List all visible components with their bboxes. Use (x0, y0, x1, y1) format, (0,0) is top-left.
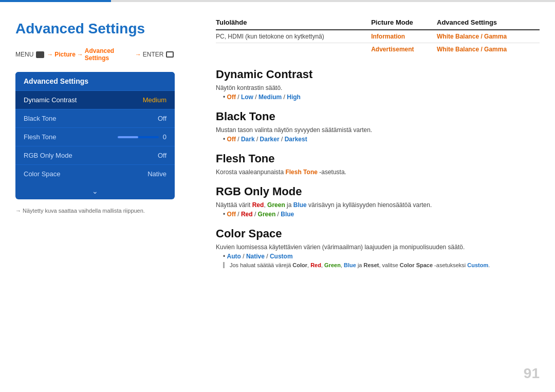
adv-settings-label: Advanced Settings (85, 47, 134, 62)
section-body-black-tone: Mustan tason valinta näytön syvyyden sää… (216, 126, 540, 134)
opt-sep: / (253, 94, 258, 101)
settings-item-flesh-tone[interactable]: Flesh Tone 0 (15, 127, 175, 146)
table-header-picture-mode: Picture Mode (371, 15, 437, 30)
table-cell-mode-2: Advertisement (371, 43, 437, 56)
settings-item-name-flesh-tone: Flesh Tone (24, 133, 56, 141)
table-cell-source-1: PC, HDMI (kun tietokone on kytkettynä) (216, 30, 371, 43)
table-row: PC, HDMI (kun tietokone on kytkettynä) I… (216, 30, 540, 43)
section-options-rgb-only-mode: Off / Red / Green / Blue (223, 211, 540, 218)
info-table: Tulolähde Picture Mode Advanced Settings… (216, 15, 540, 55)
settings-item-value-black-tone: Off (158, 115, 166, 122)
arrow-2: → (77, 51, 83, 58)
opt-darker: Darker (260, 136, 280, 143)
settings-item-name-color-space: Color Space (24, 170, 61, 178)
opt-low: Low (241, 94, 253, 101)
arrow-1: → (47, 51, 53, 58)
opt-sep: / (253, 211, 258, 218)
section-title-flesh-tone: Flesh Tone (216, 152, 540, 165)
slider-fill (118, 136, 138, 138)
note-green: Green (324, 262, 341, 268)
settings-item-value-rgb-only-mode: Off (158, 152, 166, 159)
settings-item-color-space[interactable]: Color Space Native (15, 164, 175, 183)
opt-sep: / (282, 94, 287, 101)
flesh-tone-highlight: Flesh Tone (285, 169, 317, 176)
section-body-flesh-tone: Korosta vaaleanpunaista Flesh Tone -aset… (216, 169, 540, 176)
opt-rgb-blue-label: Blue (293, 201, 307, 209)
settings-item-name-black-tone: Black Tone (24, 115, 56, 122)
table-header-source: Tulolähde (216, 15, 371, 30)
section-options-black-tone: Off / Dark / Darker / Darkest (223, 136, 540, 143)
section-title-dynamic-contrast: Dynamic Contrast (216, 68, 540, 81)
section-title-black-tone: Black Tone (216, 110, 540, 123)
section-options-color-space: Auto / Native / Custom (223, 253, 540, 260)
table-adv-orange-2: White Balance / Gamma (437, 46, 507, 53)
opt-darkest: Darkest (285, 136, 307, 143)
opt-rgb-green-label: Green (267, 201, 285, 209)
section-note-color-space: Jos haluat säätää värejä Color, Red, Gre… (223, 262, 540, 268)
opt-blue: Blue (281, 211, 294, 218)
opt-off-rgb: Off (227, 211, 236, 218)
note-red: Red (310, 262, 321, 268)
settings-item-value-dynamic-contrast: Medium (143, 96, 166, 104)
left-panel: Advanced Settings MENU → Picture → Advan… (0, 0, 190, 392)
opt-native: Native (246, 253, 265, 260)
table-row: Advertisement White Balance / Gamma (216, 43, 540, 56)
opt-sep: / (236, 94, 241, 101)
opt-off-dynamic: Off (227, 94, 236, 101)
table-header-adv-settings: Advanced Settings (437, 15, 540, 30)
opt-off-black: Off (227, 136, 236, 143)
settings-box: Advanced Settings Dynamic Contrast Mediu… (15, 72, 175, 199)
table-cell-adv-2: White Balance / Gamma (437, 43, 540, 56)
picture-label: Picture (54, 51, 76, 58)
arrow-3: → (135, 51, 141, 58)
section-body-color-space: Kuvien luomisessa käytettävien värien (v… (216, 244, 540, 251)
section-title-rgb-only-mode: RGB Only Mode (216, 185, 540, 198)
table-mode-orange-1: Information (371, 33, 405, 40)
opt-sep: / (275, 211, 281, 218)
section-body-rgb-only-mode: Näyttää värit Red, Green ja Blue värisäv… (216, 201, 540, 209)
opt-medium: Medium (258, 94, 282, 101)
note-blue: Blue (344, 262, 356, 268)
table-adv-orange-1: White Balance / Gamma (437, 33, 507, 40)
opt-sep: / (236, 211, 241, 218)
opt-high: High (287, 94, 301, 101)
page-number: 91 (524, 365, 540, 382)
enter-icon (166, 51, 174, 58)
opt-sep: / (265, 253, 270, 260)
note-custom: Custom (467, 262, 488, 268)
settings-item-dynamic-contrast[interactable]: Dynamic Contrast Medium (15, 90, 175, 109)
opt-custom: Custom (270, 253, 293, 260)
flesh-tone-value: 0 (163, 133, 166, 141)
settings-item-rgb-only-mode[interactable]: RGB Only Mode Off (15, 146, 175, 164)
table-cell-source-2 (216, 43, 371, 56)
opt-dark: Dark (241, 136, 255, 143)
menu-path: MENU → Picture → Advanced Settings → ENT… (15, 47, 175, 62)
opt-auto: Auto (227, 253, 241, 260)
settings-item-value-color-space: Native (147, 170, 166, 178)
settings-item-name-dynamic-contrast: Dynamic Contrast (24, 96, 77, 104)
page-title: Advanced Settings (15, 21, 175, 37)
section-options-dynamic-contrast: Off / Low / Medium / High (223, 94, 540, 101)
chevron-down[interactable]: ⌄ (15, 183, 175, 199)
opt-red: Red (241, 211, 253, 218)
section-title-color-space: Color Space (216, 227, 540, 240)
table-mode-orange-2: Advertisement (371, 46, 414, 53)
opt-green: Green (258, 211, 276, 218)
flesh-tone-slider[interactable]: 0 (118, 133, 166, 141)
table-cell-adv-1: White Balance / Gamma (437, 30, 540, 43)
opt-sep: / (236, 136, 241, 143)
opt-sep: / (280, 136, 285, 143)
opt-rgb-red-label: Red (252, 201, 264, 209)
section-body-dynamic-contrast: Näytön kontrastin säätö. (216, 84, 540, 91)
opt-sep: / (255, 136, 260, 143)
settings-box-header: Advanced Settings (15, 72, 175, 90)
settings-item-black-tone[interactable]: Black Tone Off (15, 109, 175, 127)
opt-sep: / (241, 253, 246, 260)
menu-label: MENU (15, 51, 33, 58)
slider-bar (118, 136, 159, 138)
table-cell-mode-1: Information (371, 30, 437, 43)
note-text: → Näytetty kuva saattaa vaihdella mallis… (15, 208, 175, 214)
menu-icon (36, 51, 44, 58)
right-panel: Tulolähde Picture Mode Advanced Settings… (200, 0, 555, 392)
settings-item-name-rgb-only-mode: RGB Only Mode (24, 152, 72, 159)
